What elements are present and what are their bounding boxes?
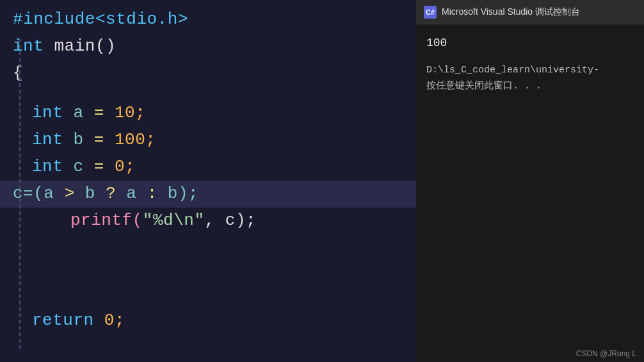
console-titlebar: C# Microsoft Visual Studio 调试控制台 <box>416 0 644 24</box>
console-panel: C# Microsoft Visual Studio 调试控制台 100 D:\… <box>416 0 644 362</box>
assign-a: = <box>94 101 104 126</box>
line-var-b: int b = 100; <box>32 127 416 154</box>
val-b: 100; <box>104 128 156 152</box>
line-var-a: int a = 10; <box>32 100 416 127</box>
int-keyword-a: int <box>32 101 63 126</box>
line-printf: printf( "%d\n" , c); <box>70 208 416 234</box>
console-title: Microsoft Visual Studio 调试控制台 <box>442 6 580 18</box>
output-path: D:\ls_C_code_learn\university- <box>426 62 634 79</box>
console-footer: CSDN @JRong L <box>416 345 644 362</box>
val-c: 0; <box>104 155 135 179</box>
printf-args: , c); <box>205 209 257 233</box>
line-main-decl: int main() <box>13 33 416 60</box>
code-area: #include<stdio.h> int main() { int a = 1… <box>0 0 416 341</box>
printf-func: printf( <box>70 209 143 233</box>
line-ternary: c=(a > b ? a : b); <box>0 181 416 208</box>
return-val: 0; <box>94 309 125 333</box>
line-var-c: int c = 0; <box>32 154 416 181</box>
vs-icon: C# <box>424 6 437 19</box>
editor-panel: #include<stdio.h> int main() { int a = 1… <box>0 0 416 362</box>
line-blank4 <box>13 283 416 308</box>
int-keyword-b: int <box>32 128 63 152</box>
assign-c: = <box>94 155 104 179</box>
printf-format: "%d\n" <box>143 209 205 233</box>
ternary-gt: > <box>65 182 75 206</box>
output-number: 100 <box>426 33 634 53</box>
assign-b: = <box>94 128 104 152</box>
line-blank2 <box>13 234 416 259</box>
var-b-name: b <box>63 128 93 152</box>
line-include: #include<stdio.h> <box>13 6 416 33</box>
ternary-c: c=(a <box>13 182 65 206</box>
ternary-b2: b); <box>157 182 199 206</box>
ternary-q: ? <box>106 182 116 206</box>
line-blank1 <box>13 87 416 100</box>
line-open-brace: { <box>13 60 416 87</box>
console-content: 100 D:\ls_C_code_learn\university- 按任意键关… <box>416 24 644 345</box>
line-blank3 <box>13 259 416 283</box>
ternary-b: b <box>75 182 106 206</box>
close-hint: 按任意键关闭此窗口. . . <box>426 78 634 95</box>
ternary-colon: : <box>147 182 157 206</box>
line-return: return 0; <box>32 308 416 334</box>
int-keyword-main: int <box>13 35 44 59</box>
ternary-a2: a <box>116 182 147 206</box>
watermark-text: CSDN @JRong L <box>576 349 636 358</box>
include-text: #include<stdio.h> <box>13 8 188 32</box>
var-a-name: a <box>63 101 93 126</box>
open-brace: { <box>13 62 23 86</box>
return-keyword: return <box>32 309 94 333</box>
main-func: main() <box>44 35 116 59</box>
gutter-line <box>19 38 20 349</box>
val-a: 10; <box>104 101 146 126</box>
int-keyword-c: int <box>32 155 63 179</box>
var-c-name: c <box>63 155 93 179</box>
